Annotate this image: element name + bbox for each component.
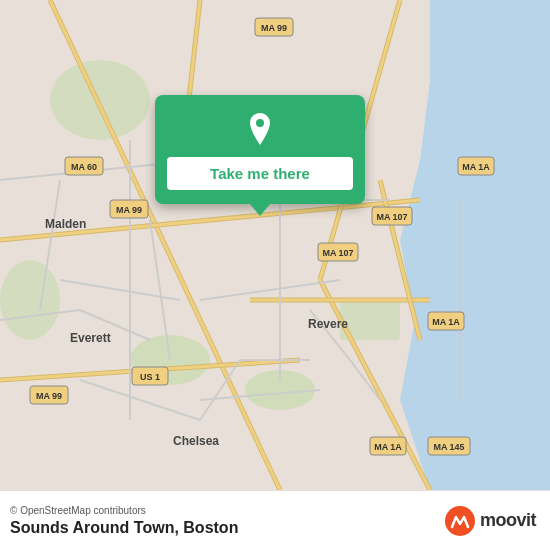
svg-text:MA 107: MA 107 <box>322 248 353 258</box>
svg-text:MA 99: MA 99 <box>261 23 287 33</box>
moovit-icon <box>444 505 476 537</box>
svg-point-7 <box>50 60 150 140</box>
attribution-text: © OpenStreetMap contributors <box>10 505 238 516</box>
bottom-bar: © OpenStreetMap contributors Sounds Arou… <box>0 490 550 550</box>
svg-text:US 1: US 1 <box>140 372 160 382</box>
svg-point-71 <box>445 506 475 536</box>
map-container: MA 99 MA 99 MA 99 MA 60 MA 107 MA 107 MA… <box>0 0 550 490</box>
svg-text:MA 99: MA 99 <box>116 205 142 215</box>
location-title: Sounds Around Town, Boston <box>10 519 238 537</box>
popup-card: Take me there <box>155 95 365 204</box>
svg-text:MA 1A: MA 1A <box>432 317 460 327</box>
take-me-there-button[interactable]: Take me there <box>167 157 353 190</box>
svg-text:MA 99: MA 99 <box>36 391 62 401</box>
svg-text:Malden: Malden <box>45 217 86 231</box>
svg-text:Revere: Revere <box>308 317 348 331</box>
svg-text:MA 107: MA 107 <box>376 212 407 222</box>
location-pin-icon <box>242 111 278 147</box>
bottom-info: © OpenStreetMap contributors Sounds Arou… <box>10 505 238 537</box>
svg-text:Chelsea: Chelsea <box>173 434 219 448</box>
svg-marker-3 <box>440 360 550 490</box>
popup-overlay: Take me there <box>155 95 365 204</box>
svg-text:MA 1A: MA 1A <box>374 442 402 452</box>
svg-text:MA 145: MA 145 <box>433 442 464 452</box>
svg-point-70 <box>256 119 264 127</box>
svg-text:MA 1A: MA 1A <box>462 162 490 172</box>
moovit-text: moovit <box>480 510 536 531</box>
moovit-logo: moovit <box>444 505 536 537</box>
svg-text:MA 60: MA 60 <box>71 162 97 172</box>
svg-text:Everett: Everett <box>70 331 111 345</box>
svg-marker-2 <box>460 230 550 350</box>
svg-point-8 <box>0 260 60 340</box>
